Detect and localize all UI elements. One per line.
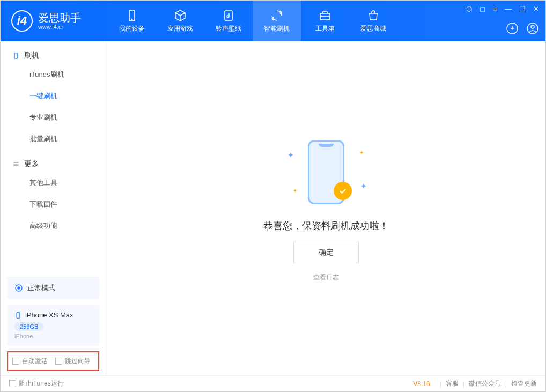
maximize-icon[interactable]: ☐ — [519, 5, 526, 13]
device-storage: 256GB — [14, 322, 43, 331]
success-illustration: ✦ ✦ ✦ ✦ — [278, 135, 374, 210]
tab-flash[interactable]: 智能刷机 — [253, 1, 301, 41]
svg-rect-2 — [225, 11, 232, 20]
sidebar-section-flash: 刷机 — [1, 41, 106, 64]
sidebar-item-pro-flash[interactable]: 专业刷机 — [1, 107, 106, 128]
sidebar-item-batch-flash[interactable]: 批量刷机 — [1, 128, 106, 150]
checkbox-box-icon — [12, 358, 19, 365]
header: i4 爱思助手 www.i4.cn 我的设备 应用游戏 铃声壁纸 智能刷机 工具… — [1, 1, 545, 41]
footer-right: V8.16 | 客服 | 微信公众号 | 检查更新 — [413, 379, 537, 388]
device-name-label: iPhone XS Max — [25, 311, 73, 319]
footer-link-update[interactable]: 检查更新 — [511, 379, 537, 388]
sparkle-icon: ✦ — [359, 150, 364, 156]
sidebar: 刷机 iTunes刷机 一键刷机 专业刷机 批量刷机 更多 其他工具 下载固件 … — [1, 41, 106, 375]
svg-point-6 — [531, 25, 534, 28]
checkbox-box-icon — [55, 358, 62, 365]
checkbox-auto-activate[interactable]: 自动激活 — [12, 357, 48, 366]
logo: i4 爱思助手 www.i4.cn — [1, 10, 108, 32]
header-right: ⬡ ◻ ≡ — ☐ ✕ — [466, 1, 539, 41]
checkbox-highlight: 自动激活 跳过向导 — [7, 351, 99, 371]
svg-rect-3 — [320, 13, 330, 20]
footer-link-support[interactable]: 客服 — [446, 379, 459, 388]
app-url: www.i4.cn — [38, 24, 81, 30]
svg-rect-7 — [14, 53, 18, 59]
sparkle-icon: ✦ — [293, 188, 297, 194]
sidebar-item-download-firmware[interactable]: 下载固件 — [1, 194, 106, 215]
success-message: 恭喜您，保资料刷机成功啦！ — [263, 219, 389, 232]
nav-tabs: 我的设备 应用游戏 铃声壁纸 智能刷机 工具箱 爱思商城 — [108, 1, 397, 41]
footer: 阻止iTunes运行 V8.16 | 客服 | 微信公众号 | 检查更新 — [1, 375, 545, 391]
checkbox-block-itunes[interactable]: 阻止iTunes运行 — [9, 379, 64, 388]
version-label: V8.16 — [413, 380, 430, 388]
confirm-button[interactable]: 确定 — [293, 242, 359, 263]
phone-icon — [126, 9, 138, 22]
menu-icon[interactable]: ≡ — [493, 5, 497, 13]
close-icon[interactable]: ✕ — [533, 5, 539, 13]
sidebar-item-advanced[interactable]: 高级功能 — [1, 215, 106, 236]
tab-my-device[interactable]: 我的设备 — [108, 1, 156, 41]
download-icon[interactable] — [506, 22, 519, 35]
toolbox-icon — [319, 9, 331, 22]
sidebar-section-more: 更多 — [1, 150, 106, 172]
device-info-card: iPhone XS Max 256GB iPhone — [7, 305, 99, 346]
footer-link-wechat[interactable]: 微信公众号 — [469, 379, 501, 388]
cube-icon — [174, 9, 187, 22]
logo-icon: i4 — [11, 10, 33, 32]
sparkle-icon: ✦ — [287, 151, 294, 159]
checkbox-skip-guide[interactable]: 跳过向导 — [55, 357, 91, 366]
mode-icon — [14, 284, 23, 292]
refresh-icon — [270, 9, 283, 22]
tab-store[interactable]: 爱思商城 — [349, 1, 397, 41]
minimize-icon[interactable]: — — [505, 5, 512, 13]
device-mode-label: 正常模式 — [27, 283, 55, 293]
phone-small-icon — [14, 312, 22, 319]
music-icon — [222, 9, 235, 22]
checkbox-box-icon — [9, 380, 16, 387]
sparkle-icon: ✦ — [360, 182, 367, 190]
svg-point-1 — [131, 19, 132, 20]
view-log-link[interactable]: 查看日志 — [313, 273, 339, 282]
user-controls — [506, 22, 539, 35]
sidebar-item-itunes-flash[interactable]: iTunes刷机 — [1, 64, 106, 85]
svg-point-12 — [18, 287, 20, 289]
tab-toolbox[interactable]: 工具箱 — [301, 1, 349, 41]
user-icon[interactable] — [526, 22, 539, 35]
device-icon — [12, 52, 20, 60]
sidebar-item-oneclick-flash[interactable]: 一键刷机 — [1, 85, 106, 107]
window-controls: ⬡ ◻ ≡ — ☐ ✕ — [466, 5, 539, 13]
svg-rect-13 — [17, 312, 20, 318]
device-mode-card: 正常模式 — [7, 277, 99, 299]
layout: 刷机 iTunes刷机 一键刷机 专业刷机 批量刷机 更多 其他工具 下载固件 … — [1, 41, 545, 375]
main-content: ✦ ✦ ✦ ✦ 恭喜您，保资料刷机成功啦！ 确定 查看日志 — [106, 41, 545, 375]
tab-apps[interactable]: 应用游戏 — [156, 1, 204, 41]
app-title: 爱思助手 — [38, 12, 81, 24]
sidebar-item-other-tools[interactable]: 其他工具 — [1, 172, 106, 194]
bag-icon — [367, 9, 380, 22]
list-icon — [12, 160, 20, 168]
lock-icon[interactable]: ◻ — [479, 5, 485, 13]
tab-ringtone[interactable]: 铃声壁纸 — [204, 1, 253, 41]
sidebar-bottom: 正常模式 iPhone XS Max 256GB iPhone 自动激活 跳过 — [1, 271, 106, 375]
check-icon — [334, 182, 352, 200]
device-type: iPhone — [14, 333, 92, 339]
shirt-icon[interactable]: ⬡ — [466, 5, 472, 13]
